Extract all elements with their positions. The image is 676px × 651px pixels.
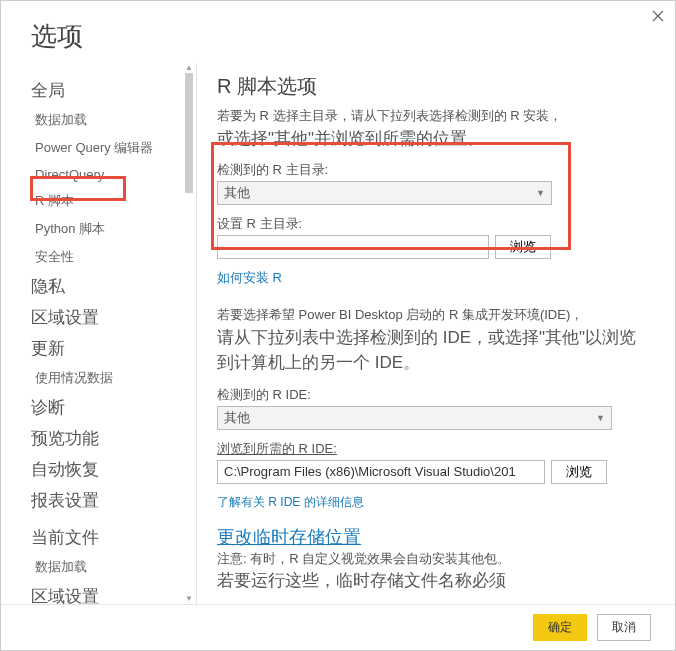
detected-home-select[interactable]: 其他 ▼ [217, 181, 552, 205]
content-heading: R 脚本选项 [217, 73, 647, 100]
detected-ide-value: 其他 [224, 409, 250, 427]
close-icon[interactable] [648, 6, 668, 26]
sidebar-item-diagnostics[interactable]: 诊断 [31, 392, 196, 423]
sidebar-item-regional[interactable]: 区域设置 [31, 302, 196, 333]
sidebar-item-preview[interactable]: 预览功能 [31, 423, 196, 454]
dialog-title: 选项 [1, 1, 675, 62]
sidebar-item-autorecover[interactable]: 自动恢复 [31, 454, 196, 485]
cancel-button[interactable]: 取消 [597, 614, 651, 641]
ok-button[interactable]: 确定 [533, 614, 587, 641]
sidebar-item-regional2[interactable]: 区域设置 [31, 581, 196, 604]
how-install-link[interactable]: 如何安装 R [217, 269, 282, 287]
sidebar-item-data-load2[interactable]: 数据加载 [31, 553, 196, 581]
sidebar: ▲ 全局 数据加载 Power Query 编辑器 DirectQuery R … [1, 63, 196, 604]
ide-more-link[interactable]: 了解有关 R IDE 的详细信息 [217, 494, 364, 511]
chevron-down-icon: ▼ [536, 188, 545, 198]
sidebar-item-security[interactable]: 安全性 [31, 243, 196, 271]
ide-intro-2: 请从下拉列表中选择检测到的 IDE，或选择"其他"以浏览到计算机上的另一个 ID… [217, 325, 647, 376]
detected-home-value: 其他 [224, 184, 250, 202]
sidebar-item-directquery[interactable]: DirectQuery [31, 162, 196, 187]
scroll-down-icon[interactable]: ▼ [185, 594, 193, 604]
browse-home-button[interactable]: 浏览 [495, 235, 551, 259]
sidebar-item-usage[interactable]: 使用情况数据 [31, 364, 196, 392]
intro-text-2: 或选择"其他"并浏览到所需的位置。 [217, 126, 647, 152]
sidebar-item-updates[interactable]: 更新 [31, 333, 196, 364]
temp-note: 注意: 有时，R 自定义视觉效果会自动安装其他包。 [217, 549, 647, 569]
sidebar-item-report[interactable]: 报表设置 [31, 485, 196, 516]
content-pane: R 脚本选项 若要为 R 选择主目录，请从下拉列表选择检测到的 R 安装， 或选… [196, 63, 675, 604]
temp-note-2: 若要运行这些，临时存储文件名称必须 [217, 568, 647, 594]
browse-ide-label: 浏览到所需的 R IDE: [217, 440, 647, 458]
dialog-footer: 确定 取消 [1, 604, 675, 650]
scroll-up-icon[interactable]: ▲ [185, 63, 193, 73]
sidebar-item-r-script[interactable]: R 脚本 [31, 187, 196, 215]
detected-ide-select[interactable]: 其他 ▼ [217, 406, 612, 430]
browse-ide-input[interactable] [217, 460, 545, 484]
sidebar-section-current: 当前文件 [31, 526, 196, 549]
sidebar-item-privacy[interactable]: 隐私 [31, 271, 196, 302]
detected-ide-label: 检测到的 R IDE: [217, 386, 647, 404]
intro-text-1: 若要为 R 选择主目录，请从下拉列表选择检测到的 R 安装， [217, 106, 647, 126]
sidebar-section-global: 全局 [31, 79, 196, 102]
set-home-input[interactable] [217, 235, 489, 259]
browse-ide-button[interactable]: 浏览 [551, 460, 607, 484]
scrollbar-thumb[interactable] [185, 73, 193, 193]
set-home-label: 设置 R 主目录: [217, 215, 647, 233]
sidebar-item-pq-editor[interactable]: Power Query 编辑器 [31, 134, 196, 162]
ide-intro-1: 若要选择希望 Power BI Desktop 启动的 R 集成开发环境(IDE… [217, 305, 647, 325]
temp-storage-heading[interactable]: 更改临时存储位置 [217, 525, 361, 549]
chevron-down-icon: ▼ [596, 413, 605, 423]
detected-home-label: 检测到的 R 主目录: [217, 161, 647, 179]
sidebar-item-python-script[interactable]: Python 脚本 [31, 215, 196, 243]
sidebar-item-data-load[interactable]: 数据加载 [31, 106, 196, 134]
